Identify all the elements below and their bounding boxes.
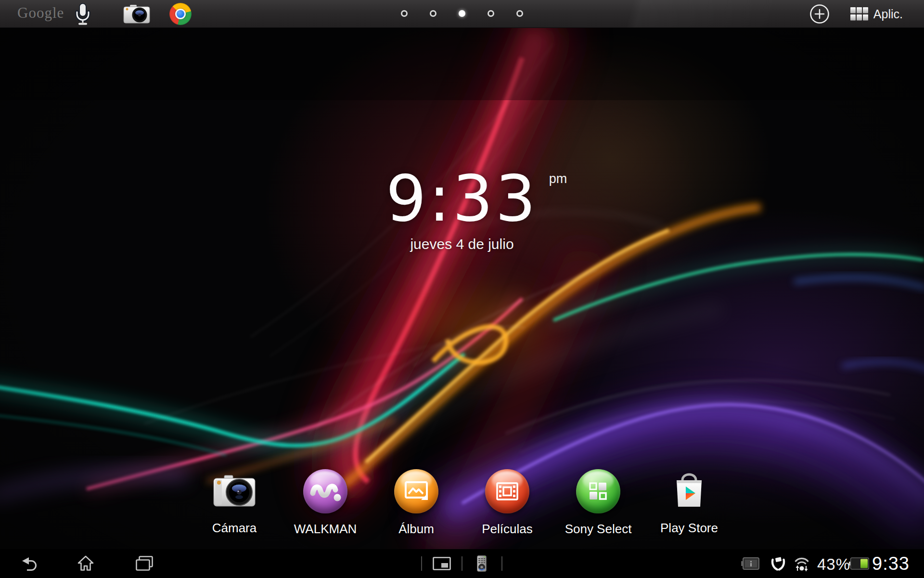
navigation-bar: 43% 9:33 bbox=[0, 549, 924, 578]
app-label: Play Store bbox=[646, 521, 732, 536]
dock: Cámara WALKMAN bbox=[191, 468, 732, 537]
battery-percent: 43% bbox=[817, 555, 850, 574]
remote-icon[interactable] bbox=[477, 555, 487, 572]
top-bar: Google bbox=[0, 0, 924, 28]
back-icon[interactable] bbox=[21, 556, 37, 571]
app-label: Álbum bbox=[373, 522, 460, 537]
album-app-icon bbox=[393, 469, 439, 515]
navbar-divider bbox=[501, 556, 502, 571]
page-dots bbox=[0, 0, 924, 28]
dock-app-play-store[interactable]: Play Store bbox=[646, 468, 732, 537]
google-search-widget[interactable]: Google bbox=[17, 4, 64, 22]
page-dot-4[interactable] bbox=[488, 10, 494, 17]
navbar-divider bbox=[421, 556, 422, 571]
apps-grid-icon bbox=[850, 7, 868, 21]
apps-launcher-label: Aplic. bbox=[873, 7, 903, 21]
battery-icon bbox=[849, 557, 869, 570]
apps-launcher-button[interactable]: Aplic. bbox=[850, 0, 903, 28]
add-widget-icon[interactable] bbox=[809, 4, 830, 24]
notification-info-icon bbox=[741, 557, 759, 570]
clock-time: 9:33 bbox=[386, 161, 538, 236]
page-dot-5[interactable] bbox=[516, 10, 523, 17]
page-dot-2[interactable] bbox=[430, 10, 436, 17]
app-label: Sony Select bbox=[555, 522, 642, 537]
camera-shortcut-icon[interactable] bbox=[123, 4, 150, 24]
app-label: WALKMAN bbox=[282, 522, 369, 537]
battery-care-icon bbox=[771, 557, 785, 571]
chrome-icon[interactable] bbox=[169, 3, 192, 25]
app-label: Cámara bbox=[191, 521, 278, 536]
clock-time-row: 9:33 pm bbox=[386, 167, 538, 230]
dock-app-sony-select[interactable]: Sony Select bbox=[555, 468, 642, 537]
dock-app-peliculas[interactable]: Películas bbox=[464, 468, 551, 537]
play-store-app-icon bbox=[666, 468, 712, 514]
page-dot-3[interactable] bbox=[459, 10, 465, 17]
home-icon[interactable] bbox=[77, 555, 94, 571]
status-clock: 9:33 bbox=[872, 553, 910, 574]
voice-search-icon[interactable] bbox=[74, 2, 91, 26]
home-screen: Google bbox=[0, 0, 924, 578]
dock-app-album[interactable]: Álbum bbox=[373, 468, 460, 537]
sony-select-app-icon bbox=[575, 469, 621, 515]
app-label: Películas bbox=[464, 522, 551, 537]
walkman-app-icon bbox=[302, 469, 348, 515]
page-dot-1[interactable] bbox=[401, 10, 408, 17]
clock-widget[interactable]: 9:33 pm jueves 4 de julio bbox=[0, 167, 924, 252]
camera-app-icon bbox=[211, 468, 257, 514]
clock-meridiem: pm bbox=[549, 171, 567, 186]
recents-icon[interactable] bbox=[136, 556, 153, 571]
small-apps-icon[interactable] bbox=[433, 557, 451, 570]
dock-app-camara[interactable]: Cámara bbox=[191, 468, 278, 537]
navbar-divider bbox=[462, 556, 462, 571]
dock-app-walkman[interactable]: WALKMAN bbox=[282, 468, 369, 537]
movies-app-icon bbox=[484, 469, 530, 515]
wifi-activity-icon bbox=[793, 556, 810, 572]
clock-date: jueves 4 de julio bbox=[0, 236, 924, 252]
